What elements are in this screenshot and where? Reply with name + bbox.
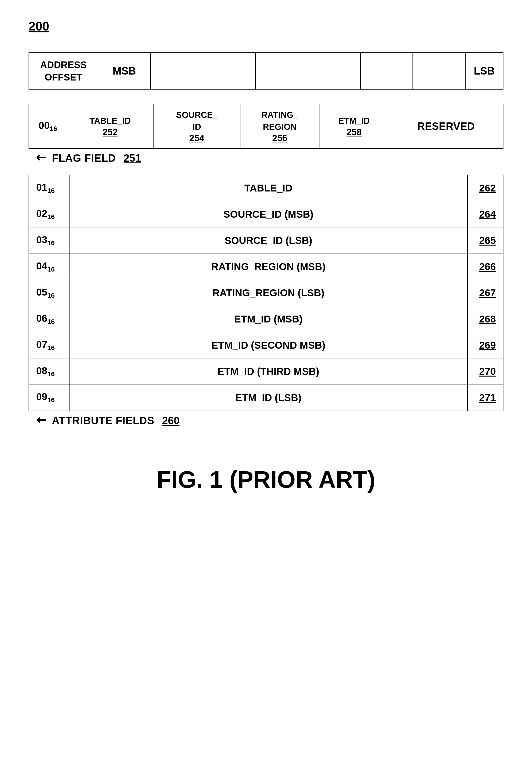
bit-cell-6: [413, 53, 465, 89]
attr-hex-3: 0416: [29, 254, 69, 280]
attr-name-8: ETM_ID (LSB): [69, 385, 467, 411]
attr-name-7: ETM_ID (THIRD MSB): [69, 358, 467, 385]
table-row: 0916 ETM_ID (LSB) 271: [29, 385, 503, 411]
attribute-fields-text: ATTRIBUTE FIELDS: [52, 415, 155, 427]
table-row: 0116 TABLE_ID 262: [29, 175, 503, 201]
msb-label: MSB: [98, 53, 151, 89]
attribute-fields-table: 0116 TABLE_ID 262 0216 SOURCE_ID (MSB) 2…: [28, 175, 504, 411]
flag-field-text: FLAG FIELD: [52, 152, 116, 164]
reserved-field: RESERVED: [389, 104, 503, 148]
attr-name-2: SOURCE_ID (LSB): [69, 227, 467, 254]
attr-name-6: ETM_ID (SECOND MSB): [69, 332, 467, 358]
attr-name-1: SOURCE_ID (MSB): [69, 201, 467, 227]
attr-ref-6: 269: [467, 332, 503, 358]
table-row: 0416 RATING_REGION (MSB) 266: [29, 254, 503, 280]
attr-ref-1: 264: [467, 201, 503, 227]
attr-ref-2: 265: [467, 227, 503, 254]
attr-hex-8: 0916: [29, 385, 69, 411]
flag-field-table: 0016 TABLE_ID 252 SOURCE_ID 254 RATING_R…: [28, 104, 504, 149]
attribute-fields-arrow-label: ↗ ATTRIBUTE FIELDS 260: [36, 413, 504, 428]
lsb-label: LSB: [466, 53, 503, 89]
flag-field-ref: 251: [123, 152, 141, 164]
attr-ref-7: 270: [467, 358, 503, 385]
source-id-field: SOURCE_ID 254: [153, 104, 240, 148]
table-row: 0316 SOURCE_ID (LSB) 265: [29, 227, 503, 254]
attr-hex-6: 0716: [29, 332, 69, 358]
table-id-field: TABLE_ID 252: [67, 104, 153, 148]
msb-lsb-diagram: ADDRESSOFFSET MSB LSB: [28, 52, 504, 90]
bit-cell-2: [203, 53, 255, 89]
rating-region-field: RATING_REGION 256: [240, 104, 319, 148]
attr-hex-2: 0316: [29, 227, 69, 254]
table-row: 0616 ETM_ID (MSB) 268: [29, 306, 503, 332]
attr-hex-4: 0516: [29, 280, 69, 306]
attr-ref-4: 267: [467, 280, 503, 306]
attr-hex-7: 0816: [29, 358, 69, 385]
attr-hex-0: 0116: [29, 175, 69, 201]
attr-ref-0: 262: [467, 175, 503, 201]
page-number: 200: [28, 19, 504, 33]
attr-ref-3: 266: [467, 254, 503, 280]
table-row: 0716 ETM_ID (SECOND MSB) 269: [29, 332, 503, 358]
flag-hex-value: 0016: [29, 104, 67, 148]
table-row: 0816 ETM_ID (THIRD MSB) 270: [29, 358, 503, 385]
flag-hex-sub: 16: [50, 125, 57, 132]
figure-caption: FIG. 1 (PRIOR ART): [28, 466, 504, 493]
attr-hex-5: 0616: [29, 306, 69, 332]
table-row: 0516 RATING_REGION (LSB) 267: [29, 280, 503, 306]
attribute-fields-ref: 260: [162, 415, 179, 427]
attr-ref-5: 268: [467, 306, 503, 332]
attr-name-3: RATING_REGION (MSB): [69, 254, 467, 280]
attr-hex-1: 0216: [29, 201, 69, 227]
bit-cell-4: [308, 53, 360, 89]
table-row: 0216 SOURCE_ID (MSB) 264: [29, 201, 503, 227]
bit-cell-1: [151, 53, 203, 89]
address-offset-label: ADDRESSOFFSET: [29, 53, 98, 89]
attr-name-4: RATING_REGION (LSB): [69, 280, 467, 306]
attr-name-5: ETM_ID (MSB): [69, 306, 467, 332]
attribute-fields-arrow-icon: ↗: [32, 412, 50, 429]
bit-cell-3: [255, 53, 308, 89]
flag-field-arrow-label: ↗ FLAG FIELD 251: [36, 151, 504, 165]
etm-id-flag-field: ETM_ID 258: [319, 104, 389, 148]
attr-name-0: TABLE_ID: [69, 175, 467, 201]
flag-field-arrow-icon: ↗: [32, 149, 50, 167]
flag-field-table-wrapper: 0016 TABLE_ID 252 SOURCE_ID 254 RATING_R…: [28, 104, 504, 149]
bit-cell-5: [360, 53, 413, 89]
attr-ref-8: 271: [467, 385, 503, 411]
